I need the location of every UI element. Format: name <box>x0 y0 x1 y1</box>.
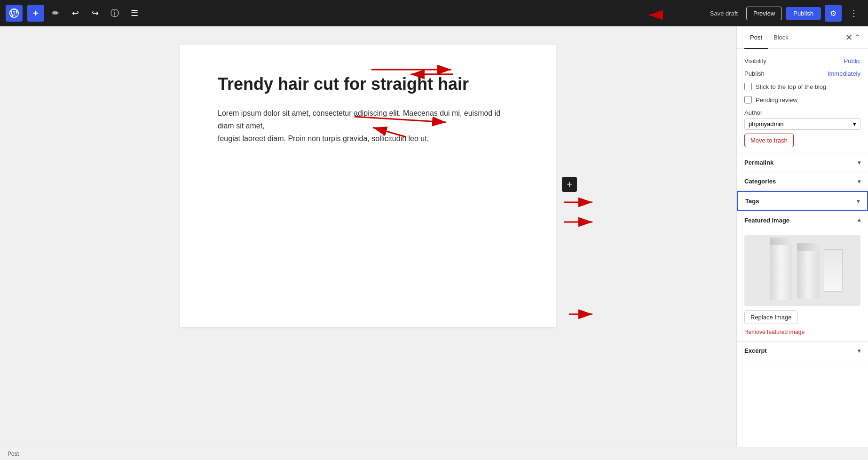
categories-section: Categories ▾ <box>737 172 868 191</box>
post-body-line1: Lorem ipsum dolor sit amet, consectetur … <box>218 109 500 130</box>
stick-to-top-checkbox[interactable] <box>744 83 752 90</box>
visibility-row: Visibility Public <box>744 55 860 67</box>
tab-post[interactable]: Post <box>744 26 768 49</box>
permalink-label: Permalink <box>744 159 773 166</box>
categories-chevron-icon: ▾ <box>858 178 860 185</box>
add-block-button[interactable]: + <box>27 5 44 22</box>
excerpt-section: Excerpt ▾ <box>737 341 868 360</box>
replace-image-button[interactable]: Replace Image <box>744 310 797 324</box>
featured-image-container <box>744 235 860 306</box>
main-area: Trendy hair cut for straight hair Lorem … <box>0 26 868 447</box>
author-select[interactable]: phpmyadmin ▾ <box>744 118 860 130</box>
visibility-value[interactable]: Public <box>844 57 860 64</box>
pending-review-row: Pending review <box>744 93 860 106</box>
more-options-button[interactable]: ⋮ <box>845 5 862 22</box>
sidebar-tabs: Post Block ✕ ⌃ <box>737 26 868 49</box>
pending-review-label: Pending review <box>756 96 797 103</box>
featured-image-section: Featured image ▾ <box>737 211 868 341</box>
excerpt-chevron-icon: ▾ <box>858 348 860 354</box>
remove-featured-image-link[interactable]: Remove featured image <box>744 329 860 335</box>
sidebar-collapse-button[interactable]: ⌃ <box>854 33 860 42</box>
stick-to-top-row: Stick to the top of the blog <box>744 80 860 93</box>
editor-content: Trendy hair cut for straight hair Lorem … <box>180 45 556 327</box>
preview-button[interactable]: Preview <box>746 7 782 20</box>
tags-section: Tags ▾ <box>737 191 868 211</box>
toolbar-right: Save draft Preview Publish ⚙ ⋮ <box>705 5 862 22</box>
post-title[interactable]: Trendy hair cut for straight hair <box>218 73 519 95</box>
permalink-header[interactable]: Permalink ▾ <box>737 153 868 172</box>
publish-row: Publish Immediately <box>744 67 860 80</box>
move-to-trash-button[interactable]: Move to trash <box>744 134 794 147</box>
excerpt-header[interactable]: Excerpt ▾ <box>737 341 868 360</box>
categories-header[interactable]: Categories ▾ <box>737 172 868 190</box>
info-button[interactable]: ⓘ <box>106 5 123 22</box>
tube-2 <box>797 247 820 299</box>
publish-button[interactable]: Publish <box>786 7 821 20</box>
product-tubes-art <box>765 238 840 303</box>
sidebar: Post Block ✕ ⌃ Visibility Public Publish… <box>736 26 868 447</box>
visibility-publish-section: Visibility Public Publish Immediately St… <box>737 49 868 153</box>
editor-area: Trendy hair cut for straight hair Lorem … <box>0 26 736 447</box>
sidebar-close-button[interactable]: ✕ <box>845 32 852 43</box>
tags-chevron-icon: ▾ <box>857 198 860 205</box>
edit-mode-button[interactable]: ✏ <box>47 5 64 22</box>
author-label: Author <box>744 109 860 116</box>
featured-image-display <box>744 235 860 306</box>
settings-button[interactable]: ⚙ <box>825 5 842 22</box>
tube-2-cap <box>797 243 820 251</box>
featured-image-label: Featured image <box>744 217 789 224</box>
featured-image-chevron-icon: ▾ <box>858 217 860 224</box>
featured-image-header[interactable]: Featured image ▾ <box>737 211 868 230</box>
tube-1-cap <box>770 238 792 245</box>
permalink-section: Permalink ▾ <box>737 153 868 172</box>
visibility-label: Visibility <box>744 57 766 64</box>
tube-1 <box>770 241 792 300</box>
status-bar-label: Post <box>8 451 19 457</box>
tags-label: Tags <box>745 198 759 205</box>
box-container <box>824 249 843 292</box>
post-body[interactable]: Lorem ipsum dolor sit amet, consectetur … <box>218 107 519 145</box>
tab-block[interactable]: Block <box>768 26 794 49</box>
featured-image-content: Replace Image Remove featured image <box>737 230 868 341</box>
list-view-button[interactable]: ☰ <box>126 5 143 22</box>
tags-header[interactable]: Tags ▾ <box>738 192 867 210</box>
publish-value[interactable]: Immediately <box>828 70 860 77</box>
redo-button[interactable]: ↪ <box>87 5 103 22</box>
post-body-line2: feugiat laoreet diam. Proin non turpis g… <box>218 135 429 143</box>
toolbar: + ✏ ↩ ↪ ⓘ ☰ Save draft Preview Publish ⚙… <box>0 0 868 26</box>
status-bar: Post <box>0 447 868 460</box>
pending-review-checkbox[interactable] <box>744 96 752 103</box>
author-value: phpmyadmin <box>749 120 783 127</box>
author-dropdown-icon: ▾ <box>853 120 856 127</box>
save-draft-button[interactable]: Save draft <box>705 7 742 20</box>
excerpt-label: Excerpt <box>744 347 767 354</box>
undo-button[interactable]: ↩ <box>67 5 84 22</box>
publish-label: Publish <box>744 70 765 77</box>
permalink-chevron-icon: ▾ <box>858 159 860 166</box>
stick-to-top-label: Stick to the top of the blog <box>756 83 826 90</box>
toolbar-left: + ✏ ↩ ↪ ⓘ ☰ <box>6 5 702 22</box>
inline-add-block-button[interactable]: + <box>562 177 577 192</box>
wordpress-logo[interactable] <box>6 5 23 22</box>
categories-label: Categories <box>744 178 776 185</box>
